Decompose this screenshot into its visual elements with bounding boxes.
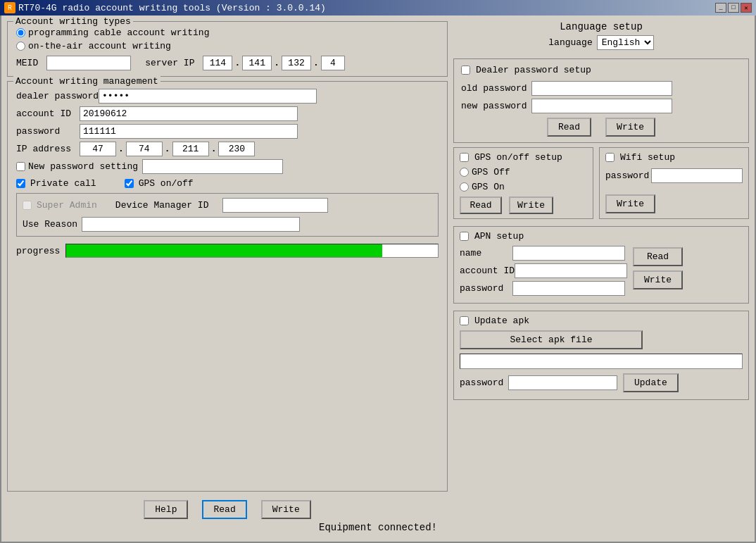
- super-admin-row: Super Admin Device Manager ID: [23, 198, 432, 213]
- select-apk-button[interactable]: Select apk file: [460, 330, 643, 349]
- apk-file-display: [460, 354, 743, 369]
- read-button[interactable]: Read: [202, 500, 246, 519]
- new-dealer-password-input[interactable]: [531, 99, 672, 113]
- gps-setup-checkbox[interactable]: [460, 153, 469, 162]
- password-input[interactable]: [80, 124, 298, 139]
- admin-box: Super Admin Device Manager ID Use Reason: [16, 193, 439, 237]
- old-password-label: old password: [461, 83, 531, 94]
- gps-setup-group: GPS on/off setup GPS Off GPS On Read Wri…: [453, 147, 593, 219]
- apn-password-input[interactable]: [512, 281, 625, 296]
- apn-setup-group: APN setup name account ID password: [453, 226, 749, 304]
- ipdot3: .: [211, 144, 217, 154]
- left-panel: Account writing types programming cable …: [7, 21, 448, 519]
- apn-setup-label: APN setup: [474, 231, 524, 242]
- gps-off-radio[interactable]: [460, 168, 469, 177]
- apn-content: name account ID password Rea: [460, 246, 743, 299]
- wifi-password-input[interactable]: [651, 168, 743, 183]
- help-button[interactable]: Help: [144, 500, 188, 519]
- app-icon: R: [4, 2, 15, 13]
- progress-label: progress: [16, 246, 60, 256]
- apn-setup-checkbox[interactable]: [460, 232, 469, 241]
- update-apk-label: Update apk: [474, 316, 529, 326]
- new-password-checkbox[interactable]: [16, 162, 25, 171]
- maximize-button[interactable]: □: [728, 3, 739, 13]
- dealer-password-row: dealer password: [16, 89, 439, 104]
- ip-3[interactable]: [172, 142, 209, 156]
- dealer-write-button[interactable]: Write: [605, 118, 655, 137]
- gps-wifi-row: GPS on/off setup GPS Off GPS On Read Wri…: [453, 147, 749, 219]
- apn-account-input[interactable]: [515, 263, 627, 278]
- wifi-setup-group: Wifi setup password Write: [599, 147, 749, 219]
- close-button[interactable]: ✕: [741, 3, 752, 13]
- wifi-write-button[interactable]: Write: [605, 194, 655, 213]
- progress-bar-fill: [66, 244, 382, 257]
- on-air-label: on-the-air account writing: [28, 41, 171, 51]
- update-password-input[interactable]: [508, 375, 617, 390]
- apn-write-button[interactable]: Write: [633, 270, 683, 289]
- dealer-password-setup-header: Dealer password setup: [461, 65, 741, 75]
- use-reason-label: Use Reason: [23, 219, 77, 230]
- gps-read-button[interactable]: Read: [460, 196, 502, 214]
- apn-fields: name account ID password: [460, 246, 627, 299]
- apn-read-button[interactable]: Read: [633, 247, 683, 266]
- apn-name-row: name: [460, 246, 627, 261]
- device-manager-input[interactable]: [222, 198, 328, 213]
- server-ip-4[interactable]: [321, 56, 345, 70]
- super-admin-label: Super Admin: [37, 200, 97, 211]
- account-id-input[interactable]: [80, 106, 298, 121]
- super-admin-checkbox[interactable]: [23, 201, 32, 210]
- ip-1[interactable]: [80, 142, 116, 156]
- gps-write-button[interactable]: Write: [509, 196, 553, 214]
- wifi-buttons: Write: [605, 194, 743, 213]
- account-id-row: account ID: [16, 106, 439, 121]
- dealer-password-input[interactable]: [99, 89, 317, 104]
- dealer-read-button[interactable]: Read: [547, 118, 591, 137]
- apn-password-row: password: [460, 281, 627, 296]
- update-apk-group: Update apk Select apk file password Upda…: [453, 311, 749, 400]
- on-air-radio[interactable]: [16, 42, 25, 51]
- status-bar: Equipment connected!: [7, 519, 749, 536]
- update-apk-checkbox[interactable]: [460, 316, 469, 325]
- new-dealer-password-row: new password: [461, 99, 741, 113]
- language-select[interactable]: English: [597, 35, 654, 50]
- apn-name-input[interactable]: [512, 246, 625, 261]
- apn-setup-header: APN setup: [460, 231, 743, 242]
- gps-setup-header: GPS on/off setup: [460, 152, 587, 163]
- account-management-group: Account writing management dealer passwo…: [7, 81, 448, 492]
- server-ip-1[interactable]: [203, 56, 232, 70]
- dealer-password-label: dealer password: [16, 91, 99, 101]
- programming-cable-label: programming cable account writing: [28, 27, 209, 38]
- wifi-setup-checkbox[interactable]: [605, 153, 615, 162]
- meid-input[interactable]: [46, 56, 131, 70]
- gps-setup-label: GPS on/off setup: [474, 152, 562, 163]
- gps-onoff-checkbox[interactable]: [125, 179, 134, 188]
- status-message: Equipment connected!: [319, 522, 437, 533]
- use-reason-input[interactable]: [82, 217, 300, 232]
- account-management-label: Account writing management: [13, 76, 160, 87]
- server-ip-2[interactable]: [242, 56, 272, 70]
- meid-row: MEID server IP . . .: [16, 56, 439, 70]
- dot1: .: [234, 58, 240, 68]
- write-button[interactable]: Write: [261, 500, 311, 519]
- apn-password-label: password: [460, 283, 512, 294]
- wifi-setup-label: Wifi setup: [620, 152, 675, 163]
- gps-on-radio[interactable]: [460, 182, 469, 192]
- update-password-label: password: [460, 377, 505, 388]
- server-ip-3[interactable]: [282, 56, 311, 70]
- minimize-button[interactable]: _: [715, 3, 726, 13]
- password-row: password: [16, 124, 439, 139]
- private-gps-row: Private call GPS on/off: [16, 178, 439, 189]
- old-password-input[interactable]: [531, 81, 672, 96]
- ip-address-row: IP address . . .: [16, 142, 439, 156]
- programming-cable-radio[interactable]: [16, 28, 25, 37]
- new-dealer-password-label: new password: [461, 101, 531, 111]
- ip-4[interactable]: [218, 142, 255, 156]
- new-password-input[interactable]: [142, 159, 283, 174]
- bottom-buttons: Help Read Write: [7, 500, 448, 519]
- private-call-checkbox[interactable]: [16, 179, 25, 188]
- main-window: Account writing types programming cable …: [0, 15, 756, 543]
- update-button[interactable]: Update: [623, 373, 679, 392]
- dealer-password-setup-checkbox[interactable]: [461, 65, 470, 75]
- apn-buttons: Read Write: [633, 247, 683, 289]
- ip-2[interactable]: [126, 142, 163, 156]
